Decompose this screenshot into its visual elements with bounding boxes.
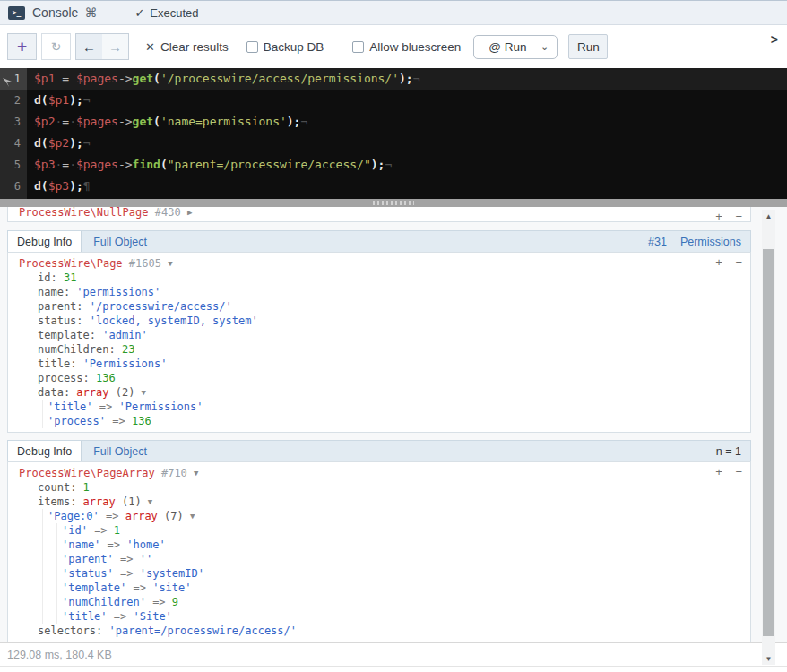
tab-debug-info[interactable]: Debug Info	[8, 441, 82, 461]
clear-results-label: Clear results	[160, 40, 229, 54]
reload-icon[interactable]: ↻	[41, 33, 71, 60]
scroll-up-icon[interactable]: ▲	[762, 210, 775, 222]
execution-stats: 129.08 ms, 180.4 KB	[0, 643, 787, 667]
editor-resize-handle[interactable]	[0, 199, 787, 207]
code-line[interactable]: 2d($p1);¬	[0, 90, 787, 111]
results-area: + − ProcessWire\NullPage #430 ▶ Debug In…	[0, 207, 787, 642]
collapse-all-button[interactable]: −	[735, 465, 742, 478]
dump-header: ProcessWire\PageArray #710 ▼	[8, 466, 743, 480]
pagearray-dump-panel: + − ProcessWire\PageArray #710 ▼count: 1…	[7, 461, 751, 642]
backup-db-checkbox[interactable]: Backup DB	[246, 40, 324, 54]
collapse-toggle-icon[interactable]: ▼	[194, 469, 198, 478]
executed-label: Executed	[150, 6, 198, 20]
dump-line: numChildren: 23	[8, 342, 743, 357]
result-count-label: n = 1	[716, 445, 741, 458]
dump-line: parent: '/processwire/access/'	[8, 299, 743, 314]
dump-line: title: 'Permissions'	[8, 357, 743, 371]
class-name: ProcessWire\PageArray	[19, 467, 155, 479]
dump-header: ProcessWire\Page #1605 ▼	[8, 256, 743, 271]
page-dump-panel: + − ProcessWire\Page #1605 ▼id: 31name: …	[7, 252, 751, 433]
results-scrollbar[interactable]: ▲ ▼	[762, 210, 775, 665]
gutter-line-number: 2	[0, 90, 27, 111]
checkbox-icon[interactable]	[352, 41, 364, 53]
class-name: ProcessWire\Page	[19, 257, 123, 270]
dump-line: name: 'permissions'	[8, 285, 743, 299]
expand-all-button[interactable]: +	[715, 210, 722, 222]
resize-grip-icon	[373, 201, 414, 205]
results-footer: 129.08 ms, 180.4 KB	[0, 642, 787, 667]
collapse-toggle-icon[interactable]: ▶	[187, 208, 192, 217]
tabbar-right: n = 1	[716, 441, 750, 461]
clear-results-button[interactable]: ✕ Clear results	[145, 40, 229, 54]
panel-title: Console	[32, 5, 78, 20]
collapse-toggle-icon[interactable]: ▼	[142, 388, 146, 397]
code-line[interactable]: 1$p1 = $pages->get('/processwire/access/…	[0, 68, 787, 90]
nullpage-dump-panel: + − ProcessWire\NullPage #430 ▶	[7, 207, 751, 222]
code-line-text[interactable]: $p1 = $pages->get('/processwire/access/p…	[27, 68, 787, 90]
object-ref: #710	[155, 467, 194, 479]
dump-line: id: 31	[8, 271, 743, 285]
result-tabbar: Debug Info Full Object n = 1	[7, 440, 751, 461]
object-ref: #430	[155, 207, 181, 219]
code-line-text[interactable]: d($p2);¬	[27, 133, 787, 154]
spacer	[7, 433, 787, 440]
code-line-text[interactable]: $p2·=·$pages->get('name=permissions');¬	[27, 111, 787, 133]
allow-bluescreen-label: Allow bluescreen	[369, 40, 461, 54]
code-line[interactable]: 5$p3·=·$pages->find("parent=/processwire…	[0, 154, 787, 176]
code-line[interactable]: 4d($p2);¬	[0, 133, 787, 154]
clear-icon: ✕	[145, 40, 155, 54]
run-button[interactable]: Run	[568, 34, 608, 59]
scrollbar-thumb[interactable]	[763, 249, 774, 636]
tab-full-object[interactable]: Full Object	[82, 231, 159, 252]
dump-line: 'template' => 'site'	[8, 581, 743, 595]
command-key-icon: ⌘	[84, 5, 97, 20]
dump-line: 'process' => 136	[8, 414, 743, 428]
add-snippet-button[interactable]: +	[7, 33, 37, 60]
code-line-text[interactable]: d($p3);¶	[27, 176, 787, 197]
checkbox-icon[interactable]	[246, 41, 258, 53]
dump-header: ProcessWire\NullPage #430 ▶	[8, 207, 750, 220]
result-tabbar: Debug Info Full Object #31 Permissions	[7, 230, 751, 252]
allow-bluescreen-checkbox[interactable]: Allow bluescreen	[352, 40, 461, 54]
executed-status: ✓ Executed	[134, 6, 198, 20]
code-line-text[interactable]: $p3·=·$pages->find("parent=/processwire/…	[27, 154, 787, 176]
back-button[interactable]: ←	[76, 34, 102, 59]
dump-line: 'numChildren' => 9	[8, 595, 743, 609]
tracy-console-panel: >_ Console ⌘ ✓ Executed + ↻ ← → ✕ Clear …	[0, 0, 787, 672]
forward-button[interactable]: →	[102, 34, 128, 59]
dump-line: 'id' => 1	[8, 523, 743, 538]
code-line[interactable]: 6d($p3);¶	[0, 176, 787, 197]
dump-line: template: 'admin'	[8, 328, 743, 342]
dump-line: count: 1	[8, 480, 743, 495]
collapse-toggle-icon[interactable]: ▼	[148, 497, 152, 506]
dump-controls: + −	[705, 210, 742, 222]
pagearray-dump: ProcessWire\PageArray #710 ▼count: 1item…	[8, 462, 750, 642]
tab-full-object[interactable]: Full Object	[82, 441, 159, 461]
scroll-down-icon[interactable]: ▼	[762, 652, 775, 665]
code-line-text[interactable]: d($p1);¬	[27, 90, 787, 111]
collapse-toggle-icon[interactable]: ▼	[168, 259, 172, 268]
collapse-panel-icon[interactable]: >	[771, 32, 778, 47]
code-line[interactable]: 3$p2·=·$pages->get('name=permissions');¬	[0, 111, 787, 133]
expand-all-button[interactable]: +	[715, 465, 722, 478]
page-dump: ProcessWire\Page #1605 ▼id: 31name: 'per…	[8, 253, 750, 432]
collapse-all-button[interactable]: −	[735, 255, 742, 269]
page-id-link[interactable]: #31	[648, 236, 667, 248]
collapse-toggle-icon[interactable]: ▼	[190, 512, 195, 521]
dump-line: 'parent' => ''	[8, 552, 743, 566]
dump-line: process: 136	[8, 371, 743, 385]
run-target-value: @ Run	[489, 40, 526, 54]
dump-line: items: array (1) ▼	[8, 495, 743, 509]
dump-line: 'title' => 'Site'	[8, 609, 743, 624]
dump-line: status: 'locked, systemID, system'	[8, 314, 743, 328]
page-title-link[interactable]: Permissions	[680, 236, 741, 248]
run-target-select[interactable]: @ Run ⌄	[473, 35, 558, 59]
terminal-icon: >_	[8, 6, 25, 20]
dump-line: 'title' => 'Permissions'	[8, 400, 743, 414]
collapse-all-button[interactable]: −	[735, 210, 742, 222]
code-editor[interactable]: 1$p1 = $pages->get('/processwire/access/…	[0, 68, 787, 199]
dump-line: 'name' => 'home'	[8, 538, 743, 552]
tab-debug-info[interactable]: Debug Info	[8, 231, 82, 252]
check-icon: ✓	[134, 6, 144, 20]
expand-all-button[interactable]: +	[715, 255, 722, 269]
